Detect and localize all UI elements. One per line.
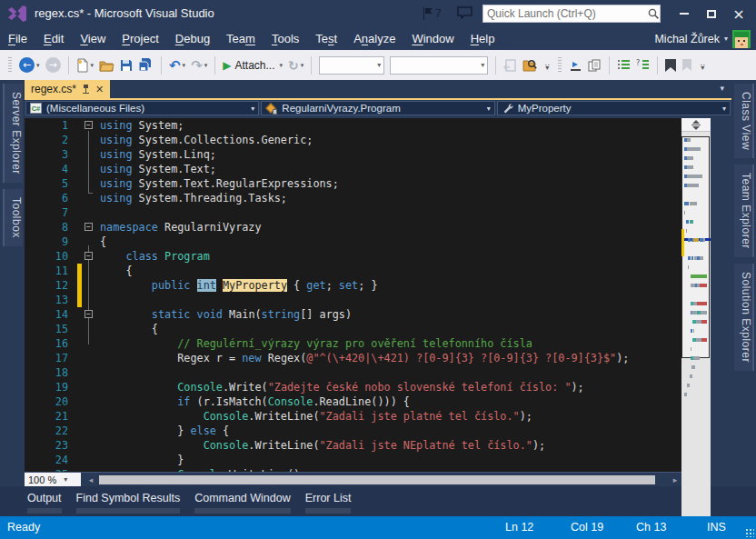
panel-tab-error-list[interactable]: Error List <box>305 492 352 514</box>
toolbar-combo-1[interactable]: ▾ <box>319 56 384 75</box>
panel-tab-command-window[interactable]: Command Window <box>194 492 291 514</box>
code-token: ); <box>571 381 583 394</box>
code-token: "Zadali jste platné tel číslo." <box>320 410 520 423</box>
bookmark-button[interactable] <box>662 57 679 74</box>
new-file-button[interactable]: ▾ <box>74 56 97 75</box>
menu-edit[interactable]: Edit <box>35 27 72 50</box>
notifications-button[interactable]: 7 <box>422 0 442 27</box>
outline-guide-foot <box>88 193 93 194</box>
line-number: 21 <box>25 409 75 424</box>
quick-launch-input[interactable] <box>483 7 647 20</box>
copy-document-button[interactable] <box>585 57 604 74</box>
toolbar-combo-2[interactable]: ▾ <box>390 56 488 75</box>
fold-toggle[interactable]: − <box>85 252 93 260</box>
status-line: Ln 12 <box>505 516 533 539</box>
minimap-viewport[interactable] <box>681 136 710 358</box>
tab-list-dropdown-icon[interactable]: ▾ <box>720 84 724 93</box>
toolbar-grip-2[interactable] <box>558 57 562 74</box>
type-dropdown[interactable]: RegularniVyrazy.Program ▾ <box>261 101 494 115</box>
code-line: 2using System.Collections.Generic; <box>25 133 681 147</box>
type-dropdown-value: RegularniVyrazy.Program <box>282 103 400 114</box>
redo-button[interactable]: ↷▾ <box>188 55 210 75</box>
project-dropdown[interactable]: C# (Miscellaneous Files) ▾ <box>25 101 259 115</box>
code-token <box>190 308 196 321</box>
right-tab-team-explorer[interactable]: Team Explorer <box>734 165 754 257</box>
close-tab-icon[interactable]: ✕ <box>95 84 104 95</box>
editor-splitter[interactable] <box>681 118 711 132</box>
save-all-button[interactable] <box>135 56 156 74</box>
right-tab-class-view[interactable]: Class View <box>734 84 754 158</box>
panel-tab-output[interactable]: Output <box>27 492 62 514</box>
menu-help[interactable]: Help <box>463 27 503 50</box>
code-token: System; <box>133 119 184 132</box>
navigate-forward-button[interactable]: → <box>43 55 64 75</box>
pin-tab-icon[interactable] <box>82 85 90 95</box>
navigate-back-button[interactable]: ←▾ <box>16 55 43 75</box>
line-number: 8 <box>25 220 75 235</box>
save-button[interactable] <box>117 57 135 74</box>
minimize-button[interactable] <box>671 2 698 25</box>
toolbar-grip[interactable] <box>8 57 12 74</box>
fold-toggle[interactable]: − <box>85 310 93 318</box>
menu-view[interactable]: View <box>72 27 114 50</box>
refresh-button[interactable]: ↻▾ <box>285 56 306 75</box>
menu-file[interactable]: File <box>0 27 35 50</box>
find-in-files-button[interactable] <box>520 56 541 74</box>
toolbar-overflow-button[interactable]: ‥▾ <box>544 61 550 70</box>
undo-button[interactable]: ↶▾ <box>166 55 188 75</box>
left-tab-server-explorer[interactable]: Server Explorer <box>3 84 23 183</box>
menu-team[interactable]: Team <box>218 27 264 50</box>
minimap-mark <box>701 338 707 342</box>
code-token: .WriteLine( <box>248 410 319 423</box>
panel-tab-find-symbol-results[interactable]: Find Symbol Results <box>76 492 181 514</box>
minimap-mark <box>701 320 707 324</box>
scroll-left-icon[interactable]: ◂ <box>85 475 97 484</box>
horizontal-scrollbar[interactable] <box>97 473 669 486</box>
toolbar-overflow-button-2[interactable]: ‥▾ <box>700 61 705 70</box>
member-dropdown[interactable]: MyProperty ▾ <box>497 101 731 115</box>
uncomment-lines-button[interactable]: ? <box>633 57 652 73</box>
horizontal-scrollbar-thumb[interactable] <box>99 475 655 484</box>
right-tab-solution-explorer[interactable]: Solution Explorer <box>734 264 754 371</box>
quick-launch-box[interactable] <box>482 5 661 23</box>
code-line: 24 } <box>25 453 681 467</box>
next-bookmark-button[interactable] <box>679 57 696 74</box>
zoom-control[interactable]: 100 % ▾ <box>25 473 81 486</box>
attach-debugger-button[interactable]: ▶ Attach... ▾ <box>220 57 285 74</box>
panel-tab-label: Command Window <box>194 492 291 504</box>
resize-grip[interactable] <box>745 528 754 537</box>
menu-window[interactable]: Window <box>403 27 462 50</box>
code-token: } <box>100 424 190 437</box>
user-dropdown-icon[interactable]: ▾ <box>724 35 728 43</box>
line-number: 7 <box>25 205 75 220</box>
comment-lines-button[interactable] <box>614 57 633 73</box>
menu-analyze[interactable]: Analyze <box>345 27 403 50</box>
minimap-mark <box>693 238 699 242</box>
signed-in-user[interactable]: Michal Žůrek <box>654 33 720 45</box>
menu-project[interactable]: Project <box>114 27 166 50</box>
code-token: { <box>100 323 158 335</box>
code-editor[interactable]: 1using System;2using System.Collections.… <box>25 118 681 472</box>
left-tab-toolbox[interactable]: Toolbox <box>3 189 23 246</box>
maximize-button[interactable] <box>698 2 725 25</box>
fold-toggle[interactable]: − <box>85 223 93 231</box>
minimap-scrollbar[interactable] <box>681 118 711 516</box>
fold-toggle[interactable]: − <box>85 121 93 129</box>
scroll-right-icon[interactable]: ▸ <box>669 475 681 484</box>
feedback-bubble-icon[interactable] <box>457 6 472 19</box>
document-tab[interactable]: regex.cs* ✕ <box>25 80 110 98</box>
user-avatar[interactable] <box>732 30 751 48</box>
disabled-doc-button[interactable] <box>501 57 520 74</box>
code-token: (r.IsMatch( <box>190 395 267 408</box>
outline-guide <box>88 131 89 193</box>
menu-debug[interactable]: Debug <box>167 27 218 50</box>
minimap-mark <box>684 393 687 396</box>
close-button[interactable]: × <box>725 2 752 25</box>
menu-test[interactable]: Test <box>307 27 345 50</box>
open-file-button[interactable] <box>96 57 117 74</box>
menu-tools[interactable]: Tools <box>264 27 307 50</box>
code-token: } <box>100 454 184 466</box>
minimap-mark <box>687 147 701 151</box>
minimap-mark <box>697 302 707 305</box>
navigate-to-button[interactable] <box>566 57 585 74</box>
